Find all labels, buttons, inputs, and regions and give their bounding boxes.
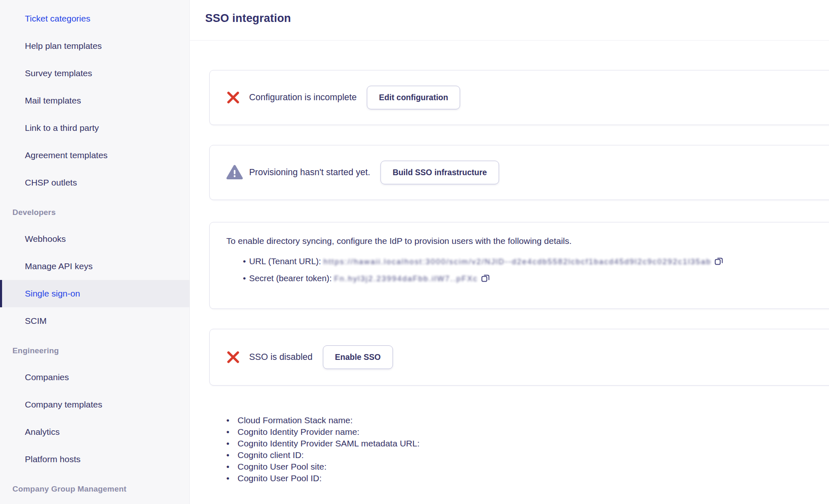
cognito-details-list: Cloud Formation Stack name: Cognito Iden… — [226, 415, 829, 484]
copy-icon[interactable] — [715, 257, 724, 266]
sidebar-item-link-to-a-third-party[interactable]: Link to a third party — [0, 114, 189, 142]
tenant-url-item: URL (Tenant URL): https://hawaii.localho… — [226, 256, 822, 266]
sidebar-item-label: Single sign-on — [25, 289, 80, 299]
sidebar-item-manage-api-keys[interactable]: Manage API keys — [0, 253, 189, 280]
list-item: Cognito Identity Provider name: — [226, 426, 829, 438]
sidebar-item-label: Mail templates — [25, 96, 81, 106]
sidebar-item-label: Platform hosts — [25, 454, 80, 464]
tenant-url-label: URL (Tenant URL): — [249, 256, 323, 266]
sidebar-item-survey-templates[interactable]: Survey templates — [0, 60, 189, 87]
list-item: Cognito Identity Provider SAML metadata … — [226, 438, 829, 449]
configuration-status-text: Configuration is incomplete — [249, 92, 356, 103]
sidebar-item-label: SCIM — [25, 316, 47, 326]
sso-settings-panel: Configuration is incomplete Edit configu… — [190, 70, 829, 484]
sidebar-section-developers: Developers — [0, 200, 189, 225]
directory-syncing-intro: To enable directory syncing, configure t… — [226, 236, 822, 246]
sidebar-section-engineering: Engineering — [0, 338, 189, 364]
sidebar-item-company-templates[interactable]: Company templates — [0, 391, 189, 418]
edit-configuration-button[interactable]: Edit configuration — [367, 86, 460, 109]
settings-sidebar: Ticket categories Help plan templates Su… — [0, 0, 190, 504]
sidebar-item-label: CHSP outlets — [25, 178, 77, 188]
sidebar-item-label: Analytics — [25, 427, 60, 437]
sidebar-item-companies[interactable]: Companies — [0, 364, 189, 391]
sidebar-item-label: Help plan templates — [25, 41, 102, 51]
error-x-icon — [226, 350, 240, 364]
error-x-icon — [226, 91, 240, 104]
sidebar-item-platform-hosts[interactable]: Platform hosts — [0, 446, 189, 473]
sso-status-text: SSO is disabled — [249, 352, 313, 362]
enable-sso-button[interactable]: Enable SSO — [323, 345, 393, 369]
sidebar-item-label: Link to a third party — [25, 123, 99, 133]
sidebar-item-label: Company templates — [25, 400, 102, 410]
sidebar-item-agreement-templates[interactable]: Agreement templates — [0, 142, 189, 169]
page-title: SSO integration — [205, 12, 829, 25]
sidebar-item-label: Ticket categories — [25, 14, 90, 24]
tenant-url-redacted-value: https://hawaii.localhost:3000/scim/v2/NJ… — [323, 257, 711, 266]
configuration-status-card: Configuration is incomplete Edit configu… — [209, 70, 829, 125]
app-window: Ticket categories Help plan templates Su… — [0, 0, 829, 504]
sidebar-item-help-plan-templates[interactable]: Help plan templates — [0, 32, 189, 60]
sidebar-item-chsp-outlets[interactable]: CHSP outlets — [0, 169, 189, 196]
sidebar-item-label: Agreement templates — [25, 150, 108, 160]
list-item: Cognito User Pool site: — [226, 461, 829, 473]
bearer-token-redacted-value: Fn.hyl3j2.23994daFbb.ilW7..pFXc — [334, 274, 478, 283]
list-item: Cognito client ID: — [226, 449, 829, 461]
sidebar-section-company-group-management: Company Group Management — [0, 476, 189, 502]
sidebar-item-webhooks[interactable]: Webhooks — [0, 225, 189, 253]
sidebar-item-scim[interactable]: SCIM — [0, 307, 189, 335]
provisioning-status-text: Provisioning hasn't started yet. — [249, 167, 370, 178]
list-item: Cloud Formation Stack name: — [226, 415, 829, 426]
warning-triangle-icon — [226, 165, 243, 180]
main-content: SSO integration Configuration is incompl… — [190, 0, 829, 504]
list-item: Cognito User Pool ID: — [226, 473, 829, 484]
sidebar-item-label: Manage API keys — [25, 261, 92, 271]
sidebar-item-mail-templates[interactable]: Mail templates — [0, 87, 189, 114]
sidebar-item-analytics[interactable]: Analytics — [0, 418, 189, 446]
sidebar-item-label: Companies — [25, 372, 69, 382]
bearer-token-item: Secret (bearer token): Fn.hyl3j2.23994da… — [226, 273, 822, 283]
sidebar-item-single-sign-on[interactable]: Single sign-on — [0, 280, 189, 307]
sidebar-item-label: Webhooks — [25, 234, 66, 244]
sidebar-item-label: Survey templates — [25, 68, 92, 78]
directory-syncing-card: To enable directory syncing, configure t… — [209, 222, 829, 309]
title-divider — [190, 40, 829, 41]
copy-icon[interactable] — [481, 274, 490, 283]
sso-status-card: SSO is disabled Enable SSO — [209, 329, 829, 386]
provisioning-status-card: Provisioning hasn't started yet. Build S… — [209, 145, 829, 200]
bearer-token-label: Secret (bearer token): — [249, 273, 334, 283]
directory-syncing-list: URL (Tenant URL): https://hawaii.localho… — [226, 256, 822, 283]
sidebar-item-ticket-categories[interactable]: Ticket categories — [0, 5, 189, 32]
build-sso-infrastructure-button[interactable]: Build SSO infrastructure — [381, 161, 499, 184]
